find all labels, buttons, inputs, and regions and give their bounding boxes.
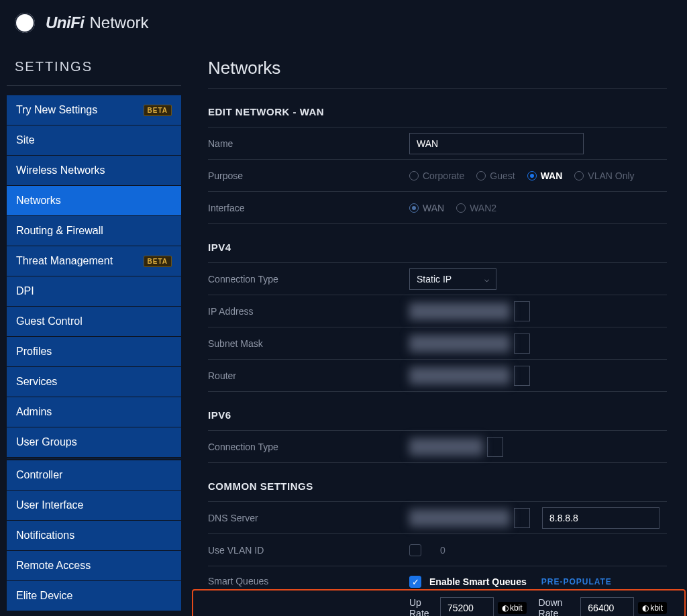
sidebar-item-label: Remote Access xyxy=(16,560,91,572)
sidebar-item-admins[interactable]: Admins xyxy=(7,397,181,427)
label-connection-type: Connection Type xyxy=(208,274,409,285)
sidebar-item-user-interface[interactable]: User Interface xyxy=(7,491,181,520)
brand-name-unifi: UniFi xyxy=(46,13,85,32)
top-bar: UniFi Network xyxy=(0,0,687,46)
purpose-radio-group: Corporate Guest WAN VLAN Only xyxy=(409,170,667,181)
row-interface: Interface WAN WAN2 xyxy=(208,192,667,224)
sidebar-group-1: Try New Settings BETA Site Wireless Netw… xyxy=(7,95,181,457)
sidebar-item-label: User Groups xyxy=(16,436,77,448)
redacted-value xyxy=(409,438,483,456)
sidebar-item-elite-device[interactable]: Elite Device xyxy=(7,581,181,611)
sidebar-item-label: Try New Settings xyxy=(16,104,97,116)
enable-smart-queues-label: Enable Smart Queues xyxy=(429,576,527,587)
sidebar-item-label: Notifications xyxy=(16,529,74,542)
settings-sidebar: SETTINGS Try New Settings BETA Site Wire… xyxy=(0,46,188,616)
row-connection-type-v6: Connection Type xyxy=(208,431,667,463)
label-ip-address: IP Address xyxy=(208,306,409,317)
radio-wan[interactable]: WAN xyxy=(527,170,563,181)
prepopulate-link[interactable]: PRE-POPULATE xyxy=(541,577,612,586)
row-ip-address: IP Address xyxy=(208,295,667,327)
label-connection-type-v6: Connection Type xyxy=(208,442,409,452)
connection-type-select[interactable]: Static IP ⌵ xyxy=(409,268,496,290)
sidebar-item-networks[interactable]: Networks xyxy=(7,186,181,215)
redacted-value xyxy=(409,367,510,384)
label-use-vlan-id: Use VLAN ID xyxy=(208,545,409,556)
sidebar-item-services[interactable]: Services xyxy=(7,367,181,397)
label-smart-queues: Smart Queues xyxy=(208,576,409,586)
input-suffix xyxy=(514,301,530,321)
interface-radio-group: WAN WAN2 xyxy=(409,203,667,213)
radio-dot-icon xyxy=(527,171,537,181)
dns2-input[interactable] xyxy=(542,507,659,529)
section-ipv4: IPV4 xyxy=(208,224,667,263)
label-subnet-mask: Subnet Mask xyxy=(208,338,409,349)
section-ipv6: IPV6 xyxy=(208,392,667,431)
sidebar-item-try-new-settings[interactable]: Try New Settings BETA xyxy=(7,95,181,125)
sidebar-item-label: Wireless Networks xyxy=(16,164,105,176)
sidebar-item-controller[interactable]: Controller xyxy=(7,460,181,490)
sidebar-item-label: Controller xyxy=(16,469,62,481)
radio-dot-icon xyxy=(476,171,486,181)
chevron-down-icon: ⌵ xyxy=(484,274,489,284)
radio-dot-icon xyxy=(409,203,419,213)
redacted-value xyxy=(409,335,510,352)
sidebar-item-label: User Interface xyxy=(16,499,83,511)
sidebar-item-label: Routing & Firewall xyxy=(16,225,103,237)
main-panel: Networks EDIT NETWORK - WAN Name Purpose… xyxy=(188,46,687,616)
radio-if-wan2[interactable]: WAN2 xyxy=(456,203,496,213)
radio-if-wan[interactable]: WAN xyxy=(409,203,444,213)
sidebar-item-user-groups[interactable]: User Groups xyxy=(7,427,181,457)
radio-dot-icon xyxy=(456,203,466,213)
input-suffix xyxy=(514,508,530,528)
brand-logo-icon xyxy=(15,13,35,33)
row-name: Name xyxy=(208,127,667,160)
sidebar-item-label: Threat Management xyxy=(16,255,113,267)
vlan-id-value: 0 xyxy=(440,545,445,556)
enable-smart-queues-checkbox[interactable]: ✓ xyxy=(409,576,421,588)
sidebar-item-label: Services xyxy=(16,376,57,388)
sidebar-item-profiles[interactable]: Profiles xyxy=(7,337,181,366)
sidebar-item-site[interactable]: Site xyxy=(7,125,181,155)
sidebar-item-wireless-networks[interactable]: Wireless Networks xyxy=(7,156,181,185)
input-suffix xyxy=(514,333,530,354)
sidebar-item-label: Profiles xyxy=(16,346,52,358)
label-dns-server: DNS Server xyxy=(208,513,409,523)
sidebar-item-dpi[interactable]: DPI xyxy=(7,276,181,306)
radio-dot-icon xyxy=(409,171,419,181)
sidebar-group-2: Controller User Interface Notifications … xyxy=(7,460,181,611)
sidebar-item-notifications[interactable]: Notifications xyxy=(7,521,181,550)
redacted-value xyxy=(409,303,510,320)
input-suffix xyxy=(487,437,503,457)
sidebar-item-routing-firewall[interactable]: Routing & Firewall xyxy=(7,216,181,246)
sidebar-item-label: Admins xyxy=(16,406,52,418)
sidebar-item-guest-control[interactable]: Guest Control xyxy=(7,307,181,336)
radio-corporate[interactable]: Corporate xyxy=(409,170,464,181)
radio-guest[interactable]: Guest xyxy=(476,170,515,181)
use-vlan-checkbox[interactable] xyxy=(409,544,421,556)
redacted-value xyxy=(409,509,510,527)
label-name: Name xyxy=(208,138,409,149)
up-rate-unit[interactable]: ◐kbit xyxy=(498,602,527,614)
down-rate-input[interactable] xyxy=(580,597,634,616)
row-subnet-mask: Subnet Mask xyxy=(208,327,667,360)
row-smart-queues: Smart Queues ✓ Enable Smart Queues PRE-P… xyxy=(208,566,667,616)
name-input[interactable] xyxy=(409,133,584,154)
sidebar-item-threat-management[interactable]: Threat Management BETA xyxy=(7,246,181,276)
up-rate-group: Up Rate ◐kbit xyxy=(409,597,527,616)
sidebar-divider xyxy=(7,458,181,459)
row-router: Router xyxy=(208,360,667,392)
sidebar-item-label: Elite Device xyxy=(16,590,72,602)
page-title: Networks xyxy=(208,46,667,89)
label-router: Router xyxy=(208,370,409,381)
radio-dot-icon xyxy=(574,171,584,181)
select-value: Static IP xyxy=(417,274,452,285)
section-common-settings: COMMON SETTINGS xyxy=(208,463,667,502)
sidebar-item-label: Site xyxy=(16,134,35,146)
down-rate-label: Down Rate xyxy=(539,597,577,616)
up-rate-input[interactable] xyxy=(440,597,494,616)
radio-vlan-only[interactable]: VLAN Only xyxy=(574,170,634,181)
label-interface: Interface xyxy=(208,203,409,213)
sidebar-item-remote-access[interactable]: Remote Access xyxy=(7,551,181,580)
sidebar-item-label: DPI xyxy=(16,285,34,297)
down-rate-unit[interactable]: ◐kbit xyxy=(638,602,667,614)
